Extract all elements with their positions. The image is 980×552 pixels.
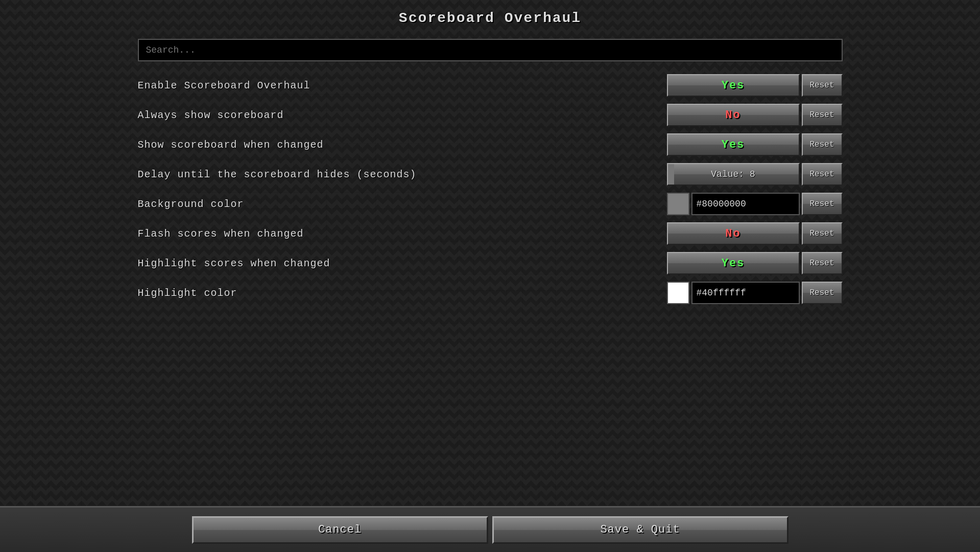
setting-row-enable-scoreboard-overhaul: Enable Scoreboard Overhaul Yes Reset (138, 72, 843, 99)
cancel-button[interactable]: Cancel (192, 516, 488, 544)
slider-value-delay: Value: 8 (668, 169, 799, 179)
search-container (138, 39, 843, 61)
color-input-background[interactable] (691, 193, 800, 215)
color-swatch-highlight[interactable] (667, 282, 689, 304)
color-input-highlight[interactable] (691, 282, 800, 304)
setting-label-show-scoreboard-when-changed: Show scoreboard when changed (138, 139, 667, 151)
setting-label-highlight-scores-when-changed: Highlight scores when changed (138, 258, 667, 269)
color-swatch-background[interactable] (667, 193, 689, 215)
color-control-background (667, 193, 800, 215)
reset-highlight-scores-when-changed[interactable]: Reset (802, 252, 843, 274)
reset-enable-scoreboard-overhaul[interactable]: Reset (802, 74, 843, 97)
setting-row-highlight-color: Highlight color Reset (138, 279, 843, 307)
setting-row-show-scoreboard-when-changed: Show scoreboard when changed Yes Reset (138, 131, 843, 158)
reset-highlight-color[interactable]: Reset (802, 282, 843, 304)
page-title: Scoreboard Overhaul (399, 10, 581, 26)
reset-flash-scores-when-changed[interactable]: Reset (802, 222, 843, 245)
setting-controls-highlight-scores-when-changed: Yes Reset (667, 252, 843, 274)
setting-label-background-color: Background color (138, 198, 667, 210)
setting-row-background-color: Background color Reset (138, 190, 843, 218)
setting-row-delay-scoreboard-hides: Delay until the scoreboard hides (second… (138, 160, 843, 188)
reset-background-color[interactable]: Reset (802, 193, 843, 215)
toggle-always-show-scoreboard[interactable]: No (667, 104, 800, 126)
setting-row-flash-scores-when-changed: Flash scores when changed No Reset (138, 220, 843, 247)
slider-track (668, 164, 674, 185)
search-input[interactable] (138, 39, 843, 61)
toggle-enable-scoreboard-overhaul[interactable]: Yes (667, 74, 800, 97)
toggle-highlight-scores-when-changed[interactable]: Yes (667, 252, 800, 274)
setting-controls-background-color: Reset (667, 193, 843, 215)
reset-show-scoreboard-when-changed[interactable]: Reset (802, 133, 843, 156)
save-quit-button[interactable]: Save & Quit (492, 516, 788, 544)
toggle-show-scoreboard-when-changed[interactable]: Yes (667, 133, 800, 156)
setting-label-delay-scoreboard-hides: Delay until the scoreboard hides (second… (138, 169, 667, 180)
setting-label-highlight-color: Highlight color (138, 287, 667, 299)
reset-always-show-scoreboard[interactable]: Reset (802, 104, 843, 126)
bottom-bar: Cancel Save & Quit (0, 506, 980, 552)
slider-delay-scoreboard-hides[interactable]: Value: 8 (667, 163, 800, 186)
setting-label-always-show-scoreboard: Always show scoreboard (138, 109, 667, 121)
setting-controls-show-scoreboard-when-changed: Yes Reset (667, 133, 843, 156)
setting-controls-always-show-scoreboard: No Reset (667, 104, 843, 126)
content-area: Enable Scoreboard Overhaul Yes Reset Alw… (138, 34, 843, 552)
toggle-flash-scores-when-changed[interactable]: No (667, 222, 800, 245)
setting-controls-highlight-color: Reset (667, 282, 843, 304)
setting-row-highlight-scores-when-changed: Highlight scores when changed Yes Reset (138, 249, 843, 277)
setting-controls-delay-scoreboard-hides: Value: 8 Reset (667, 163, 843, 186)
setting-label-flash-scores-when-changed: Flash scores when changed (138, 228, 667, 240)
setting-controls-enable-scoreboard-overhaul: Yes Reset (667, 74, 843, 97)
reset-delay-scoreboard-hides[interactable]: Reset (802, 163, 843, 186)
settings-list: Enable Scoreboard Overhaul Yes Reset Alw… (138, 72, 843, 307)
setting-controls-flash-scores-when-changed: No Reset (667, 222, 843, 245)
page-wrapper: Scoreboard Overhaul Enable Scoreboard Ov… (0, 0, 980, 552)
setting-label-enable-scoreboard-overhaul: Enable Scoreboard Overhaul (138, 80, 667, 91)
color-control-highlight (667, 282, 800, 304)
setting-row-always-show-scoreboard: Always show scoreboard No Reset (138, 101, 843, 129)
title-bar: Scoreboard Overhaul (0, 0, 980, 34)
